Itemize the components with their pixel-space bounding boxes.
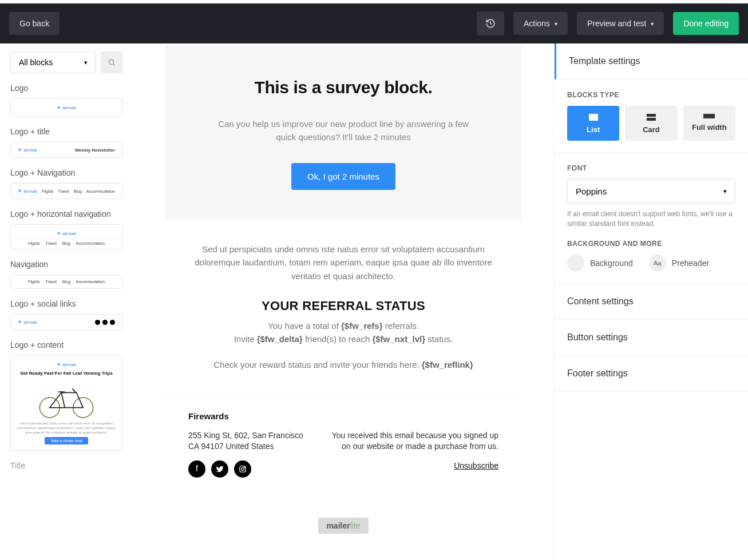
caret-down-icon: ▾ — [723, 188, 727, 195]
search-icon — [108, 58, 116, 66]
twitter-icon[interactable] — [211, 460, 228, 478]
brand-bar: mailerlite — [165, 497, 521, 557]
fullwidth-icon — [703, 114, 715, 118]
topbar: Go back Actions▾ Preview and test▾ Done … — [0, 3, 748, 43]
background-color-swatch[interactable] — [567, 255, 584, 272]
block-thumb-logo[interactable]: airmail — [10, 98, 122, 117]
survey-description: Can you help us improve our new product … — [209, 118, 478, 144]
blocks-search-button[interactable] — [101, 51, 122, 73]
block-label: Logo + social links — [10, 299, 122, 308]
font-hint: If an email client doesn't support web f… — [567, 209, 735, 229]
restore-icon — [485, 18, 496, 29]
block-label: Navigation — [10, 260, 122, 269]
bicycle-icon — [32, 379, 101, 419]
caret-down-icon: ▾ — [555, 21, 557, 27]
background-label: Background — [590, 259, 633, 268]
bg-more-label: BACKGROUND AND MORE — [567, 240, 735, 248]
svg-line-1 — [113, 63, 114, 65]
svg-rect-9 — [589, 114, 598, 121]
block-label: Logo + content — [10, 340, 122, 349]
list-icon — [589, 114, 598, 121]
block-thumb-logo-nav[interactable]: airmail FlightsTravelBlogAccommodation — [10, 183, 122, 199]
blocks-filter-select[interactable]: All blocks ▾ — [10, 51, 96, 73]
instagram-icon[interactable] — [234, 460, 251, 478]
facebook-icon[interactable]: f — [188, 460, 205, 478]
content-settings-tab[interactable]: Content settings — [555, 284, 748, 320]
survey-title: This is a survey block. — [188, 78, 498, 97]
footer-address-2: CA 94107 United States — [188, 441, 303, 452]
go-back-button[interactable]: Go back — [9, 12, 60, 35]
actions-button[interactable]: Actions▾ — [513, 12, 568, 35]
blocks-type-list[interactable]: List — [567, 106, 619, 141]
footer-block[interactable]: Firewards 255 King St, 602, San Francisc… — [165, 395, 521, 497]
survey-block[interactable]: This is a survey block. Can you help us … — [165, 46, 521, 220]
svg-point-8 — [244, 467, 245, 467]
blocks-sidebar: All blocks ▾ Logo airmail Logo + title a… — [0, 43, 133, 560]
block-thumb-nav[interactable]: FlightsTravelBlogAccommodation — [10, 275, 122, 289]
done-editing-button[interactable]: Done editing — [673, 12, 739, 35]
block-thumb-logo-content[interactable]: airmail Get Ready Fast For Fall Leaf Vie… — [10, 355, 122, 451]
survey-cta-button[interactable]: Ok, I got 2 minutes — [291, 163, 395, 190]
email-canvas: This is a survey block. Can you help us … — [133, 43, 554, 560]
blocks-type-card[interactable]: Card — [625, 106, 677, 141]
block-label: Logo — [10, 84, 122, 93]
settings-panel: Template settings BLOCKS TYPE List Card … — [554, 43, 748, 560]
svg-rect-12 — [703, 114, 715, 118]
block-label: Logo + Navigation — [10, 168, 122, 177]
block-thumb-logo-social[interactable]: airmail — [10, 314, 122, 330]
unsubscribe-link[interactable]: Unsubscribe — [454, 460, 498, 472]
mailerlite-badge[interactable]: mailerlite — [318, 518, 368, 534]
block-label: Title — [10, 461, 122, 470]
svg-point-0 — [109, 59, 113, 64]
card-icon — [647, 114, 656, 121]
svg-rect-11 — [647, 118, 656, 121]
text-block[interactable]: Sed ut perspiciatis unde omnis iste natu… — [165, 220, 521, 294]
preheader-label: Preheader — [672, 259, 709, 268]
referral-block[interactable]: You have a total of {$fw_refs} referrals… — [165, 319, 521, 395]
footer-settings-tab[interactable]: Footer settings — [555, 356, 748, 392]
block-label: Logo + horizontal navigation — [10, 209, 122, 219]
font-select[interactable]: Poppins ▾ — [567, 179, 735, 204]
preview-button[interactable]: Preview and test▾ — [577, 12, 664, 35]
caret-down-icon: ▾ — [651, 21, 654, 27]
blocks-type-fullwidth[interactable]: Full width — [683, 106, 735, 141]
block-label: Logo + title — [10, 127, 122, 136]
caret-down-icon: ▾ — [84, 59, 88, 66]
preheader-button[interactable]: Aa — [649, 255, 666, 272]
referral-heading: YOUR REFERRAL STATUS — [165, 299, 521, 313]
template-settings-tab[interactable]: Template settings — [555, 43, 748, 80]
footer-address-1: 255 King St, 602, San Francisco — [188, 430, 303, 442]
history-button[interactable] — [477, 11, 504, 35]
font-label: FONT — [567, 164, 735, 172]
block-thumb-logo-title[interactable]: airmailWeekly Newsletter — [10, 142, 122, 158]
blocks-type-label: BLOCKS TYPE — [567, 91, 735, 99]
svg-rect-10 — [647, 114, 656, 117]
footer-reason: You received this email because you sign… — [327, 430, 498, 452]
svg-point-7 — [242, 467, 244, 470]
block-thumb-logo-hnav[interactable]: airmail FlightsTravelBlogAccommodation — [10, 224, 122, 249]
footer-company: Firewards — [188, 411, 498, 421]
button-settings-tab[interactable]: Button settings — [555, 320, 748, 356]
